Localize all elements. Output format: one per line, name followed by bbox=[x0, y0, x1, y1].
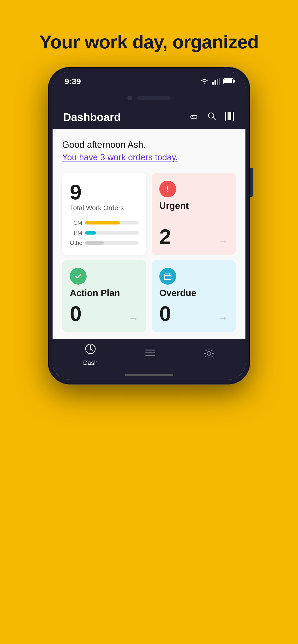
dashboard-icon bbox=[84, 343, 96, 357]
overdue-title: Overdue bbox=[159, 288, 228, 298]
svg-rect-13 bbox=[164, 274, 171, 280]
svg-rect-9 bbox=[229, 112, 230, 120]
camera bbox=[127, 96, 132, 100]
search-icon[interactable] bbox=[208, 112, 216, 123]
hero-title: Your work day, organized bbox=[0, 31, 298, 53]
svg-rect-12 bbox=[233, 112, 234, 120]
svg-rect-3 bbox=[219, 78, 220, 84]
svg-rect-6 bbox=[225, 112, 226, 120]
bottom-nav: Dash bbox=[53, 339, 245, 370]
calendar-icon bbox=[163, 272, 172, 280]
home-indicator bbox=[53, 370, 245, 380]
home-bar bbox=[125, 374, 173, 376]
svg-rect-8 bbox=[228, 112, 229, 120]
signal-icon bbox=[212, 78, 220, 84]
urgent-card[interactable]: ! Urgent 2 → bbox=[152, 173, 236, 255]
checkmark-icon bbox=[74, 272, 83, 280]
chart-label-other: Other bbox=[70, 240, 82, 246]
chart-bar-other bbox=[85, 241, 104, 244]
chart-label-cm: CM bbox=[70, 220, 82, 226]
status-icons bbox=[200, 78, 233, 84]
chart-label-pm: PM bbox=[70, 230, 82, 236]
svg-line-5 bbox=[213, 118, 215, 120]
header-icons-group bbox=[189, 112, 235, 123]
chart-row-other: Other bbox=[70, 240, 139, 246]
settings-icon bbox=[203, 348, 215, 362]
action-plan-icon bbox=[70, 268, 87, 284]
nav-label-dash: Dash bbox=[83, 359, 98, 366]
list-icon bbox=[144, 348, 156, 361]
speaker bbox=[137, 96, 171, 100]
app-header-title: Dashboard bbox=[63, 111, 121, 124]
overdue-card[interactable]: Overdue 0 → bbox=[152, 260, 236, 332]
svg-rect-0 bbox=[212, 82, 214, 84]
wifi-icon bbox=[200, 78, 209, 84]
nav-item-list[interactable] bbox=[144, 348, 156, 361]
chart-track-cm bbox=[85, 221, 139, 224]
svg-point-22 bbox=[207, 352, 211, 355]
app-header: Dashboard bbox=[53, 105, 245, 129]
overdue-arrow-icon: → bbox=[218, 312, 228, 324]
nav-item-dash[interactable]: Dash bbox=[83, 343, 98, 366]
chart-bar-cm bbox=[85, 221, 120, 224]
svg-rect-1 bbox=[215, 80, 216, 84]
greeting-text: Good afternoon Ash. bbox=[62, 140, 236, 150]
dashboard-grid: 9 Total Work Orders CM PM bbox=[62, 173, 236, 332]
notch bbox=[53, 91, 245, 105]
action-plan-arrow-icon: → bbox=[128, 312, 139, 324]
work-orders-chart: CM PM Other bbox=[70, 220, 139, 246]
chart-row-cm: CM bbox=[70, 220, 139, 226]
battery-icon bbox=[223, 78, 233, 84]
chart-track-pm bbox=[85, 231, 139, 234]
total-work-orders-label: Total Work Orders bbox=[70, 204, 139, 212]
hero-section: Your work day, organized bbox=[0, 0, 298, 67]
svg-rect-10 bbox=[230, 112, 231, 120]
svg-rect-11 bbox=[232, 112, 232, 120]
work-orders-link[interactable]: You have 3 work orders today. bbox=[62, 152, 236, 162]
total-work-orders-number: 9 bbox=[70, 182, 139, 203]
svg-point-18 bbox=[90, 348, 91, 350]
chart-row-pm: PM bbox=[70, 230, 139, 236]
total-work-orders-card[interactable]: 9 Total Work Orders CM PM bbox=[62, 173, 146, 255]
urgent-title: Urgent bbox=[159, 201, 228, 211]
status-time: 9:39 bbox=[65, 77, 81, 86]
phone-screen: 9:39 bbox=[53, 72, 245, 380]
overdue-icon bbox=[159, 268, 176, 284]
chart-bar-pm bbox=[85, 231, 96, 234]
status-bar: 9:39 bbox=[53, 72, 245, 91]
action-plan-title: Action Plan bbox=[70, 288, 139, 298]
link-icon[interactable] bbox=[189, 112, 199, 122]
main-content: Good afternoon Ash. You have 3 work orde… bbox=[53, 129, 245, 339]
exclamation-icon: ! bbox=[166, 184, 169, 194]
nav-item-settings[interactable] bbox=[203, 348, 215, 362]
chart-track-other bbox=[85, 241, 139, 244]
action-plan-card[interactable]: Action Plan 0 → bbox=[62, 260, 146, 332]
barcode-icon[interactable] bbox=[225, 112, 235, 123]
svg-rect-2 bbox=[217, 79, 218, 84]
urgent-arrow-icon: → bbox=[218, 235, 228, 247]
svg-rect-7 bbox=[227, 112, 227, 120]
phone-device: 9:39 bbox=[48, 67, 250, 384]
urgent-icon: ! bbox=[159, 181, 176, 198]
